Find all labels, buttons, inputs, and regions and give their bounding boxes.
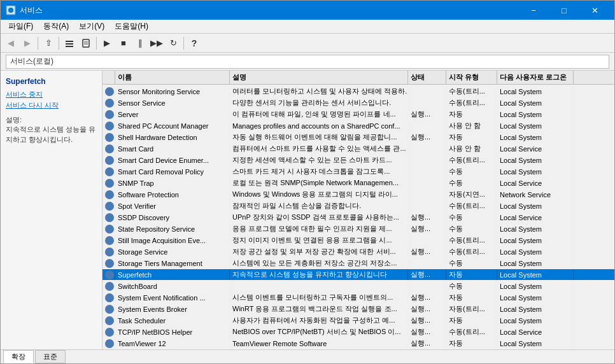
service-row[interactable]: Sensor Service다양한 센서의 기능을 관리하는 센서 서비스입니다… <box>102 97 614 109</box>
service-row[interactable]: Sensor Monitoring Service여러터를 모니터링하고 시스템… <box>102 86 614 97</box>
help-button[interactable]: ? <box>187 36 202 51</box>
service-start-type: 수동 <box>446 166 497 177</box>
service-icon-cell <box>102 315 115 326</box>
service-status <box>408 178 446 188</box>
resume-button[interactable]: ▶▶ <box>149 36 164 51</box>
svg-rect-2 <box>66 41 73 42</box>
service-status: 실행... <box>408 326 446 337</box>
service-desc: 이 컴퓨터에 대해 파일, 인쇄 및 명명된 파이프를 네... <box>230 109 408 120</box>
service-status <box>408 85 446 85</box>
service-desc: 지속적으로 시스템 성능을 유지하고 향상시킵니다 <box>230 269 408 280</box>
col-icon[interactable] <box>102 71 115 84</box>
service-icon <box>105 202 114 211</box>
menu-view[interactable]: 보기(V) <box>74 20 110 33</box>
svg-rect-5 <box>83 39 89 47</box>
tab-standard[interactable]: 표준 <box>35 350 66 363</box>
service-list[interactable]: Secondary Logon대체 자격 증명 하에 프로세스를 시작할 수 있… <box>102 85 614 349</box>
service-status: 실행... <box>408 269 446 280</box>
maximize-button[interactable]: □ <box>549 1 579 20</box>
service-logon: Local System <box>497 86 574 97</box>
service-row[interactable]: Server이 컴퓨터에 대해 파일, 인쇄 및 명명된 파이프를 네...실행… <box>102 109 614 120</box>
tab-expand[interactable]: 확장 <box>3 350 34 363</box>
service-name: Software Protection <box>115 189 230 200</box>
service-row[interactable]: Spot Verifier잠재적인 파일 시스템 손상을 검증합니다.수동(트리… <box>102 200 614 212</box>
service-desc: Manages profiles and accounts on a Share… <box>230 120 408 131</box>
service-row[interactable]: TeamViewer 12TeamViewer Remote Software실… <box>102 338 614 349</box>
refresh-button[interactable]: ↻ <box>166 36 181 51</box>
service-icon-cell <box>102 200 115 211</box>
service-name: Server <box>115 109 230 120</box>
toolbar-separator-1 <box>38 37 38 50</box>
toolbar-separator-2 <box>59 37 59 50</box>
service-row[interactable]: Smart Card Device Enumer...지정한 세션에 액세스할 … <box>102 155 614 166</box>
start-button[interactable]: ▶ <box>99 36 115 51</box>
svg-rect-4 <box>66 46 73 47</box>
service-logon: Local System <box>497 132 574 143</box>
service-icon <box>105 328 114 337</box>
service-icon-cell <box>102 246 115 257</box>
service-row[interactable]: Software ProtectionWindows 및 Windows 응용 … <box>102 189 614 200</box>
col-desc[interactable]: 설명 <box>230 71 408 84</box>
service-icon <box>105 110 114 119</box>
service-row[interactable]: Shared PC Account ManagerManages profile… <box>102 120 614 132</box>
stop-service-link[interactable]: 서비스 중지 <box>6 90 97 99</box>
minimize-button[interactable]: − <box>519 1 548 20</box>
close-button[interactable]: ✕ <box>580 1 609 20</box>
service-row[interactable]: State Repository Service응용 프로그램 모델에 대한 필… <box>102 223 614 235</box>
service-start-type: 자동 <box>446 132 497 143</box>
service-logon: Local System <box>497 235 574 246</box>
service-icon <box>105 236 114 245</box>
service-icon <box>105 179 114 188</box>
title-bar-left: 서비스 <box>6 5 43 16</box>
service-logon: Local System <box>497 85 574 85</box>
service-icon <box>105 270 114 279</box>
service-start-type: 수동(트리... <box>446 200 497 211</box>
service-icon <box>105 248 114 256</box>
properties-button[interactable] <box>78 36 94 51</box>
menu-file[interactable]: 파일(F) <box>3 20 38 33</box>
back-button[interactable]: ◀ <box>3 36 18 51</box>
service-icon <box>105 144 114 153</box>
service-row[interactable]: Still Image Acquisition Eve...정지 이미지 이벤트… <box>102 235 614 246</box>
service-icon-cell <box>102 269 115 280</box>
up-button[interactable]: ⇧ <box>41 36 56 51</box>
menu-action[interactable]: 동작(A) <box>38 20 74 33</box>
col-starttype[interactable]: 시작 유형 <box>446 71 497 84</box>
service-icon-cell <box>102 292 115 303</box>
pause-button[interactable]: ‖ <box>132 36 148 51</box>
restart-service-link[interactable]: 서비스 다시 시작 <box>6 101 97 110</box>
col-name[interactable]: 이름 <box>115 71 230 84</box>
service-row[interactable]: TCP/IP NetBIOS HelperNetBIOS over TCP/IP… <box>102 326 614 338</box>
service-row[interactable]: SwitchBoard수동Local System <box>102 281 614 292</box>
service-status: 실행... <box>408 109 446 120</box>
service-logon: Local System <box>497 315 574 326</box>
service-start-type: 수동 <box>446 178 497 188</box>
service-row[interactable]: SNMP Trap로컬 또는 원격 SNMP(Simple Network Ma… <box>102 178 614 189</box>
service-logon: Local System <box>497 246 574 257</box>
service-row[interactable]: Storage Service저장 공간 설정 및 외부 저장 공간 확장에 대… <box>102 246 614 258</box>
service-row[interactable]: Superfetch지속적으로 시스템 성능을 유지하고 향상시킵니다실행...… <box>102 269 614 281</box>
service-name: Task Scheduler <box>115 315 230 326</box>
service-icon <box>105 213 114 222</box>
service-name: TeamViewer 12 <box>115 338 230 349</box>
service-desc: 컴퓨터에서 스마트 카드를 사용할 수 있는 액세스를 관... <box>230 143 408 154</box>
address-text: 서비스(로컬) <box>6 55 609 69</box>
menu-help[interactable]: 도움말(H) <box>110 20 153 33</box>
service-status: 실행... <box>408 212 446 223</box>
show-hide-button[interactable] <box>62 36 77 51</box>
service-row[interactable]: Shell Hardware Detection자동 실행 하드웨어 이벤트에 … <box>102 132 614 143</box>
service-row[interactable]: Smart Card Removal Policy스마트 카드 제거 시 사용자… <box>102 166 614 178</box>
col-logon[interactable]: 다음 사용자로 로그온 <box>497 71 574 84</box>
stop-button[interactable]: ■ <box>116 36 131 51</box>
forward-button[interactable]: ▶ <box>20 36 35 51</box>
service-row[interactable]: System Event Notification ...시스템 이벤트를 모니… <box>102 292 614 304</box>
service-row[interactable]: Task Scheduler사용자가 컴퓨터에서 자동화된 작업을 구성하고 예… <box>102 315 614 326</box>
col-status[interactable]: 상태 <box>408 71 446 84</box>
service-row[interactable]: Storage Tiers Management시스템에 있는 모든 계층화된 … <box>102 258 614 269</box>
service-icon-cell <box>102 178 115 188</box>
service-desc: WinRT 응용 프로그램의 백그라운드 작업 실행을 조... <box>230 304 408 314</box>
service-row[interactable]: System Events BrokerWinRT 응용 프로그램의 백그라운드… <box>102 304 614 315</box>
service-row[interactable]: SSDP DiscoveryUPnP 장치와 같이 SSDP 검색 프로토콜을 … <box>102 212 614 223</box>
service-row[interactable]: Smart Card컴퓨터에서 스마트 카드를 사용할 수 있는 액세스를 관.… <box>102 143 614 155</box>
service-start-type: 수동 <box>446 281 497 291</box>
